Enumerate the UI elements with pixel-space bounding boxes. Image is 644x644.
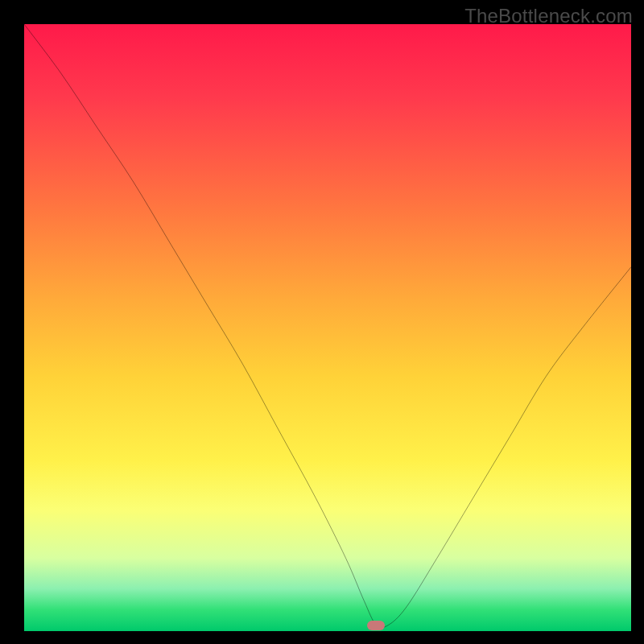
watermark-text: TheBottleneck.com [464,5,633,27]
chart-plot-area [24,24,631,631]
optimal-point-marker [367,621,385,630]
bottleneck-curve [24,24,631,631]
